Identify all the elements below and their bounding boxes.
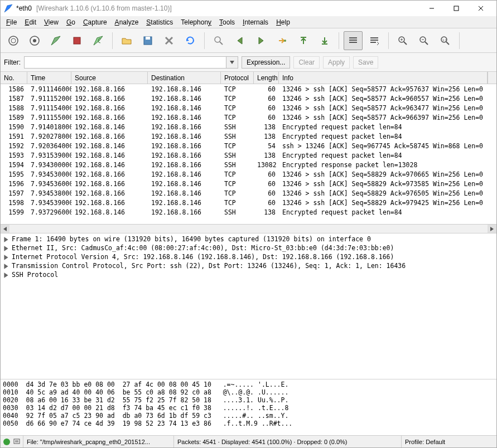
hscroll-right-icon[interactable] [488,225,496,233]
menubar: File Edit View Go Capture Analyze Statis… [1,16,496,28]
expand-icon[interactable] [3,245,9,252]
find-button[interactable] [209,31,228,50]
menu-view[interactable]: View [41,17,62,27]
go-back-button[interactable] [230,31,249,50]
expand-icon[interactable] [3,272,9,279]
packet-list-body[interactable]: 15867.911146000192.168.8.166192.168.8.14… [1,84,496,224]
packet-row[interactable]: 15887.911154000192.168.8.166192.168.8.14… [1,103,496,113]
minimize-button[interactable] [419,1,444,16]
packet-list-header: No. Time Source Destination Protocol Len… [1,72,496,84]
svg-line-32 [446,42,449,45]
packet-row[interactable]: 15907.914018000192.168.8.146192.168.8.16… [1,122,496,132]
packet-row[interactable]: 15987.934539000192.168.8.166192.168.8.14… [1,198,496,207]
svg-point-15 [284,40,286,42]
svg-rect-23 [370,42,376,43]
detail-row[interactable]: Ethernet II, Src: CadmusCo_af:4c:00 (08:… [2,244,495,252]
zoom-reset-button[interactable]: 1:1 [436,31,455,50]
hscroll-left-icon[interactable] [1,225,9,233]
app-icon [4,4,13,13]
detail-row[interactable]: SSH Protocol [2,270,495,279]
svg-rect-22 [370,40,378,41]
packet-row[interactable]: 15917.920278000192.168.8.166192.168.8.14… [1,132,496,141]
menu-edit[interactable]: Edit [21,17,40,27]
column-no[interactable]: No. [1,72,27,84]
start-capture-button[interactable] [46,31,65,50]
menu-telephony[interactable]: Telephony [177,17,215,27]
filter-dropdown-button[interactable] [226,56,238,69]
packet-row[interactable]: 15897.911155000192.168.8.166192.168.8.14… [1,113,496,122]
go-to-packet-button[interactable] [273,31,292,50]
svg-point-34 [3,439,10,445]
menu-go[interactable]: Go [63,17,79,27]
svg-point-4 [9,36,18,45]
menu-internals[interactable]: Internals [239,17,272,27]
expand-icon[interactable] [3,263,9,270]
colorize-button[interactable] [344,31,363,50]
filter-label: Filter: [4,59,21,66]
packet-row[interactable]: 15967.934536000192.168.8.166192.168.8.14… [1,179,496,188]
column-length[interactable]: Length [254,72,279,84]
expert-info-icon[interactable] [3,438,11,446]
packet-bytes[interactable]: 0000 d4 3d 7e 03 bb e0 08 00 27 af 4c 00… [1,379,496,435]
detail-row[interactable]: Frame 1: 16490 bytes on wire (131920 bit… [2,235,495,244]
expression-button[interactable]: Expression... [242,56,290,69]
auto-scroll-button[interactable] [365,31,384,50]
maximize-button[interactable] [444,1,469,16]
restart-capture-button[interactable] [89,31,108,50]
packet-row[interactable]: 15997.937296000192.168.8.146192.168.8.16… [1,207,496,217]
menu-tools[interactable]: Tools [216,17,238,27]
apply-button[interactable]: Apply [323,56,350,69]
packet-list-hscroll[interactable] [1,224,496,233]
packet-row[interactable]: 15947.934300000192.168.8.146192.168.8.16… [1,160,496,169]
expand-icon[interactable] [3,254,9,261]
menu-capture[interactable]: Capture [80,17,110,27]
go-first-button[interactable] [294,31,313,50]
column-destination[interactable]: Destination [148,72,221,84]
reload-button[interactable] [181,31,200,50]
zoom-out-button[interactable] [414,31,433,50]
save-button[interactable] [138,31,157,50]
filter-save-button[interactable]: Save [353,56,378,69]
window-subtitle: [Wireshark 1.10.6 (v1.10.6 from master-1… [36,4,172,12]
go-forward-button[interactable] [252,31,271,50]
menu-help[interactable]: Help [273,17,293,27]
packet-list: No. Time Source Destination Protocol Len… [1,72,496,233]
zoom-in-button[interactable] [393,31,412,50]
svg-rect-10 [146,37,150,40]
stop-capture-button[interactable] [67,31,86,50]
status-file[interactable]: File: "/tmp/wireshark_pcapng_eth0_201512… [23,436,174,447]
capture-comment-icon[interactable] [13,438,21,446]
detail-row[interactable]: Transmission Control Protocol, Src Port:… [2,261,495,270]
expand-icon[interactable] [3,236,9,243]
filter-input[interactable] [24,56,226,69]
column-time[interactable]: Time [27,72,71,84]
packet-row[interactable]: 15867.911146000192.168.8.166192.168.8.14… [1,84,496,94]
options-button[interactable] [25,31,44,50]
column-info[interactable]: Info [279,72,488,84]
packet-row[interactable]: 15977.934538000192.168.8.166192.168.8.14… [1,188,496,198]
packet-row[interactable]: 15927.920364000192.168.8.146192.168.8.16… [1,141,496,150]
interfaces-button[interactable] [4,31,23,50]
packet-row[interactable]: 15877.911152000192.168.8.166192.168.8.14… [1,94,496,103]
svg-rect-1 [454,6,459,11]
svg-point-5 [11,38,16,43]
status-profile[interactable]: Profile: Default [402,436,496,447]
detail-row[interactable]: Internet Protocol Version 4, Src: 192.16… [2,252,495,261]
close-button[interactable] [469,1,493,16]
packet-details[interactable]: Frame 1: 16490 bytes on wire (131920 bit… [1,233,496,379]
svg-line-29 [425,42,428,45]
packet-row[interactable]: 15957.934530000192.168.8.166192.168.8.14… [1,169,496,179]
clear-button[interactable]: Clear [293,56,320,69]
packet-row[interactable]: 15937.931539000192.168.8.146192.168.8.16… [1,150,496,160]
svg-rect-21 [370,37,378,38]
open-button[interactable] [117,31,136,50]
go-last-button[interactable] [315,31,334,50]
column-protocol[interactable]: Protocol [221,72,254,84]
menu-file[interactable]: File [3,17,20,27]
menu-analyze[interactable]: Analyze [112,17,142,27]
menu-statistics[interactable]: Statistics [143,17,176,27]
column-source[interactable]: Source [71,72,148,84]
svg-text:1:1: 1:1 [442,38,447,42]
status-packets: Packets: 4541 · Displayed: 4541 (100.0%)… [174,436,402,447]
close-file-button[interactable] [160,31,178,50]
